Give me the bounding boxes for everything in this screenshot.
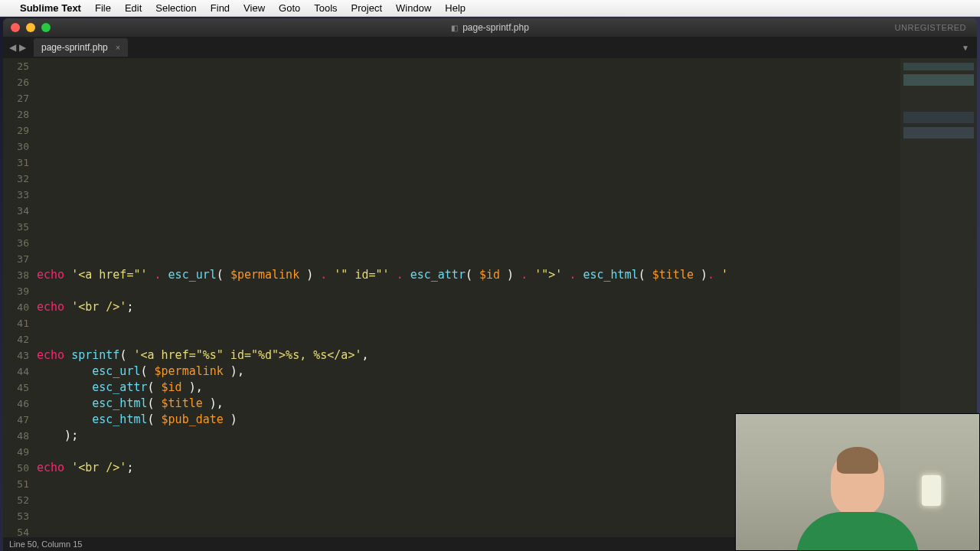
file-icon: ◧ — [451, 24, 458, 32]
nav-arrows: ◀ ▶ — [3, 42, 28, 53]
macos-menubar: Sublime Text File Edit Selection Find Vi… — [0, 0, 980, 17]
project-menu[interactable]: Project — [351, 2, 382, 14]
tab-dropdown-icon[interactable]: ▼ — [962, 44, 969, 52]
find-menu[interactable]: Find — [211, 2, 230, 14]
window-title-text: page-sprintf.php — [462, 22, 529, 33]
cursor-position: Line 50, Column 15 — [9, 540, 82, 549]
help-menu[interactable]: Help — [445, 2, 466, 14]
tab-bar: ◀ ▶ page-sprintf.php × ▼ — [3, 37, 977, 58]
tab-close-icon[interactable]: × — [116, 43, 120, 52]
webcam-overlay: 2b || !2b — [735, 413, 980, 551]
edit-menu[interactable]: Edit — [125, 2, 142, 14]
tools-menu[interactable]: Tools — [314, 2, 337, 14]
file-menu[interactable]: File — [95, 2, 111, 14]
window-title: ◧ page-sprintf.php — [451, 22, 529, 33]
file-tab[interactable]: page-sprintf.php × — [34, 38, 128, 57]
unregistered-label: UNREGISTERED — [895, 23, 966, 32]
view-menu[interactable]: View — [243, 2, 265, 14]
maximize-window-button[interactable] — [41, 23, 51, 32]
line-gutter: 25 26 27 28 29 30 31 32 33 34 35 36 37 3… — [3, 58, 37, 548]
app-menu[interactable]: Sublime Text — [20, 2, 81, 14]
close-window-button[interactable] — [11, 23, 20, 32]
minimize-window-button[interactable] — [26, 23, 35, 32]
nav-back-button[interactable]: ◀ — [8, 42, 18, 53]
window-menu[interactable]: Window — [396, 2, 431, 14]
window-titlebar: ◧ page-sprintf.php UNREGISTERED — [3, 18, 977, 37]
tab-label: page-sprintf.php — [41, 42, 108, 53]
webcam-person: 2b || !2b — [789, 428, 926, 551]
selection-menu[interactable]: Selection — [155, 2, 196, 14]
minimap-region — [903, 112, 974, 150]
goto-menu[interactable]: Goto — [279, 2, 300, 14]
minimap-region — [903, 63, 974, 101]
nav-forward-button[interactable]: ▶ — [18, 42, 28, 53]
traffic-lights — [3, 23, 51, 32]
